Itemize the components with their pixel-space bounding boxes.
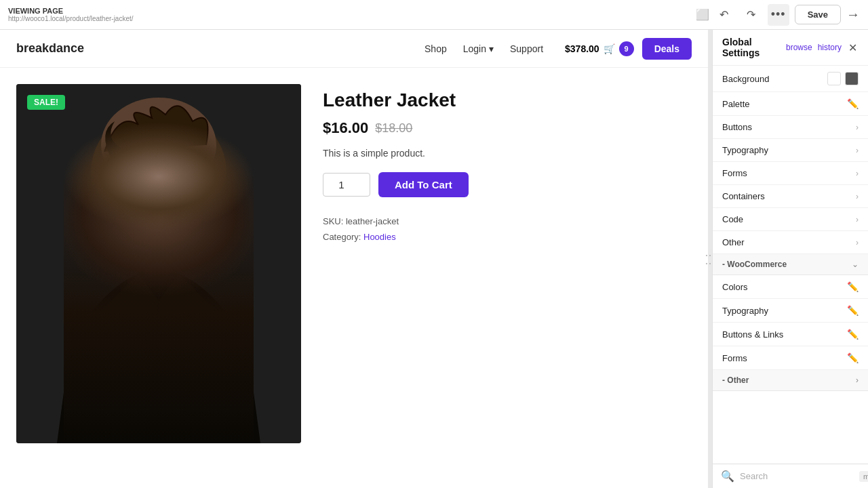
palette-row[interactable]: Palette ✏️ <box>713 92 868 116</box>
tab-history[interactable]: history <box>818 43 842 52</box>
woo-typography-row-right: ✏️ <box>847 305 859 316</box>
woo-other-section-header[interactable]: - Other › <box>713 370 868 391</box>
code-chevron-icon: › <box>856 215 859 224</box>
palette-edit-icon[interactable]: ✏️ <box>847 98 859 109</box>
woocommerce-section-header[interactable]: - WooCommerce ⌄ <box>713 254 868 275</box>
panel-title: Global Settings <box>722 37 786 58</box>
containers-chevron-icon: › <box>856 192 859 201</box>
woo-buttons-links-label: Buttons & Links <box>722 329 783 340</box>
product-image-column: SALE! 🔍 <box>16 84 301 443</box>
woo-colors-edit-icon[interactable]: ✏️ <box>847 281 859 292</box>
typography-row[interactable]: Typography › <box>713 139 868 162</box>
woo-typography-edit-icon[interactable]: ✏️ <box>847 305 859 316</box>
monitor-button[interactable]: ⬜ <box>692 4 713 26</box>
top-bar-center: ⬜ <box>692 4 713 26</box>
store-nav-right: $378.00 🛒 9 Deals <box>565 38 692 60</box>
page-url: http://wooco1.local/product/leather-jack… <box>8 15 692 22</box>
product-category: Category: Hoodies <box>323 229 692 245</box>
other-row[interactable]: Other › <box>713 231 868 254</box>
forms-label: Forms <box>722 168 747 178</box>
woocommerce-label: - WooCommerce <box>722 260 787 269</box>
forms-row[interactable]: Forms › <box>713 162 868 185</box>
add-to-cart-button[interactable]: Add To Cart <box>378 172 469 197</box>
product-meta: SKU: leather-jacket Category: Hoodies <box>323 214 692 245</box>
main-area: breakdance Shop Login ▾ Support $378.00 … <box>0 30 868 488</box>
woo-colors-row[interactable]: Colors ✏️ <box>713 275 868 299</box>
background-color-swatch <box>827 72 841 85</box>
search-input[interactable] <box>740 471 854 481</box>
svg-point-1 <box>91 108 226 237</box>
quantity-input[interactable] <box>323 173 370 197</box>
cart-icon: 🛒 <box>604 43 615 54</box>
svg-point-3 <box>121 138 196 220</box>
woo-buttons-links-row[interactable]: Buttons & Links ✏️ <box>713 323 868 346</box>
other-chevron-icon: › <box>856 238 859 247</box>
store-nav: breakdance Shop Login ▾ Support $378.00 … <box>0 30 708 68</box>
panel-header: Global Settings browse history ✕ <box>713 30 868 66</box>
woo-forms-row-right: ✏️ <box>847 352 859 363</box>
other-row-right: › <box>856 238 859 247</box>
buttons-row[interactable]: Buttons › <box>713 116 868 139</box>
panel-content: Background Palette ✏️ Buttons › <box>713 66 868 464</box>
code-row-right: › <box>856 215 859 224</box>
woo-typography-row[interactable]: Typography ✏️ <box>713 299 868 323</box>
background-label: Background <box>722 74 769 84</box>
panel-search-bar: 🔍 modified <box>713 464 868 488</box>
forms-chevron-icon: › <box>856 169 859 178</box>
sale-badge: SALE! <box>27 95 65 110</box>
top-bar-right: ↶ ↷ ••• Save → <box>713 4 860 26</box>
cart-count: 9 <box>619 41 634 56</box>
palette-label: Palette <box>722 99 749 109</box>
code-row[interactable]: Code › <box>713 208 868 231</box>
containers-label: Containers <box>722 191 765 201</box>
woo-other-label: - Other <box>722 375 749 385</box>
top-bar: VIEWING PAGE http://wooco1.local/product… <box>0 0 868 30</box>
woo-colors-row-right: ✏️ <box>847 281 859 292</box>
woo-typography-label: Typography <box>722 306 768 316</box>
more-options-button[interactable]: ••• <box>768 4 789 26</box>
undo-button[interactable]: ↶ <box>713 4 735 26</box>
product-sku: SKU: leather-jacket <box>323 214 692 229</box>
containers-row[interactable]: Containers › <box>713 185 868 208</box>
nav-login[interactable]: Login ▾ <box>463 43 494 54</box>
category-label: Category: <box>323 232 361 242</box>
product-info-column: Leather Jacket $16.00 $18.00 This is a s… <box>323 84 692 443</box>
product-image <box>16 84 301 443</box>
login-chevron-icon: ▾ <box>489 43 494 54</box>
page-preview: breakdance Shop Login ▾ Support $378.00 … <box>0 30 708 488</box>
woo-forms-edit-icon[interactable]: ✏️ <box>847 352 859 363</box>
other-label: Other <box>722 237 745 247</box>
buttons-row-right: › <box>856 123 859 132</box>
typography-label: Typography <box>722 145 768 155</box>
nav-shop[interactable]: Shop <box>425 43 447 54</box>
woo-colors-label: Colors <box>722 282 748 292</box>
page-info: VIEWING PAGE http://wooco1.local/product… <box>8 7 692 22</box>
add-to-cart-row: Add To Cart <box>323 172 692 197</box>
product-title: Leather Jacket <box>323 89 692 111</box>
tab-browse[interactable]: browse <box>786 43 812 52</box>
woo-buttons-links-edit-icon[interactable]: ✏️ <box>847 329 859 340</box>
save-button[interactable]: Save <box>795 5 841 24</box>
forms-row-right: › <box>856 169 859 178</box>
woo-other-chevron-icon: › <box>856 375 859 385</box>
product-section: SALE! 🔍 <box>0 68 708 460</box>
woocommerce-chevron-icon: ⌄ <box>852 260 859 269</box>
redo-button[interactable]: ↷ <box>741 4 762 26</box>
woo-buttons-links-row-right: ✏️ <box>847 329 859 340</box>
code-label: Code <box>722 214 743 224</box>
buttons-label: Buttons <box>722 122 752 132</box>
price-current: $16.00 <box>323 119 368 137</box>
woo-forms-row[interactable]: Forms ✏️ <box>713 346 868 370</box>
nav-support[interactable]: Support <box>510 43 543 54</box>
background-row[interactable]: Background <box>713 66 868 92</box>
modified-badge: modified <box>859 471 868 482</box>
product-description: This is a simple product. <box>323 148 692 159</box>
search-icon: 🔍 <box>721 470 734 483</box>
containers-row-right: › <box>856 192 859 201</box>
panel-header-actions: browse history ✕ <box>786 40 859 56</box>
deals-button[interactable]: Deals <box>642 38 692 60</box>
back-button[interactable]: → <box>846 7 860 22</box>
category-link[interactable]: Hoodies <box>363 232 396 242</box>
viewing-page-label: VIEWING PAGE <box>8 7 692 15</box>
panel-close-button[interactable]: ✕ <box>847 40 859 56</box>
